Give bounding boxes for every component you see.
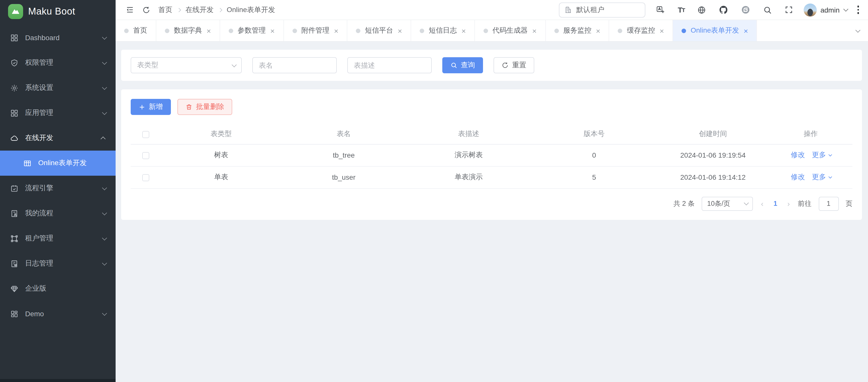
select-all-checkbox[interactable] bbox=[142, 131, 149, 138]
tab-dot-icon bbox=[292, 28, 297, 33]
blocks-icon bbox=[10, 309, 19, 318]
tab-code-generator[interactable]: 代码生成器 × bbox=[475, 20, 546, 41]
breadcrumb-online-dev[interactable]: 在线开发 bbox=[185, 5, 214, 14]
globe-icon[interactable] bbox=[695, 3, 708, 16]
tab-service-monitor[interactable]: 服务监控 × bbox=[546, 20, 610, 41]
tab-close-icon[interactable]: × bbox=[334, 27, 339, 34]
chevron-down-icon bbox=[102, 310, 107, 315]
tab-close-icon[interactable]: × bbox=[207, 27, 211, 34]
page-size-select[interactable]: 10条/页 bbox=[702, 197, 753, 211]
reset-button[interactable]: 重置 bbox=[494, 57, 534, 73]
table-desc-input[interactable] bbox=[347, 57, 432, 73]
chevron-down-icon bbox=[856, 27, 861, 32]
goto-page-input[interactable] bbox=[818, 197, 839, 211]
calendar-check-icon bbox=[10, 184, 19, 193]
topbar: 首页 在线开发 Online表单开发 默认租户 TT bbox=[116, 0, 868, 20]
tab-online-form-dev[interactable]: Online表单开发 × bbox=[673, 20, 757, 41]
tab-sms-platform[interactable]: 短信平台 × bbox=[347, 20, 411, 41]
breadcrumb-current: Online表单开发 bbox=[227, 5, 275, 14]
collapse-sidebar-icon[interactable] bbox=[124, 3, 136, 16]
cell-created: 2024-01-06 19:19:54 bbox=[657, 144, 769, 166]
fullscreen-icon[interactable] bbox=[783, 3, 795, 16]
cell-created: 2024-01-06 19:14:12 bbox=[657, 166, 769, 188]
add-button[interactable]: 新增 bbox=[131, 99, 171, 115]
sidebar-item-permissions[interactable]: 权限管理 bbox=[0, 50, 116, 75]
sidebar-item-workflow-engine[interactable]: 流程引擎 bbox=[0, 176, 116, 201]
user-menu[interactable]: admin bbox=[804, 3, 847, 16]
breadcrumb: 首页 在线开发 Online表单开发 bbox=[158, 5, 275, 14]
font-size-icon[interactable]: TT bbox=[676, 3, 687, 16]
chevron-down-icon bbox=[102, 110, 107, 115]
tab-parameter-management[interactable]: 参数管理 × bbox=[220, 20, 284, 41]
row-checkbox[interactable] bbox=[142, 152, 149, 159]
edit-link[interactable]: 修改 bbox=[791, 173, 805, 182]
batch-delete-button[interactable]: 批量删除 bbox=[178, 99, 232, 115]
sidebar-item-my-workflow[interactable]: 我的流程 bbox=[0, 201, 116, 226]
tab-attachment-management[interactable]: 附件管理 × bbox=[284, 20, 347, 41]
sidebar-bottom-strip bbox=[0, 379, 116, 382]
gitee-icon[interactable] bbox=[739, 3, 753, 16]
sidebar-item-system-settings[interactable]: 系统设置 bbox=[0, 75, 116, 100]
sidebar-item-dashboard[interactable]: Dashboard bbox=[0, 25, 116, 50]
more-settings-icon[interactable] bbox=[855, 5, 861, 15]
plus-icon bbox=[139, 104, 145, 110]
chevron-down-icon bbox=[744, 200, 749, 205]
sidebar-item-app-management[interactable]: 应用管理 bbox=[0, 100, 116, 126]
sidebar-item-enterprise[interactable]: 企业版 bbox=[0, 276, 116, 301]
sidebar-item-demo[interactable]: Demo bbox=[0, 301, 116, 326]
tab-close-icon[interactable]: × bbox=[532, 27, 537, 34]
tabs-bar: 首页 数据字典 × 参数管理 × 附件管理 × 短信平台 × bbox=[116, 20, 868, 42]
tab-cache-monitor[interactable]: 缓存监控 × bbox=[610, 20, 673, 41]
sidebar-item-tenant-management[interactable]: 租户管理 bbox=[0, 226, 116, 251]
search-button[interactable]: 查询 bbox=[442, 57, 483, 73]
app-title: Maku Boot bbox=[28, 6, 75, 17]
tab-sms-log[interactable]: 短信日志 × bbox=[411, 20, 475, 41]
tab-dot-icon bbox=[618, 28, 622, 33]
chevron-down-icon bbox=[102, 60, 107, 65]
prev-page-button[interactable]: ‹ bbox=[760, 199, 765, 208]
cell-desc: 演示树表 bbox=[406, 144, 531, 166]
chevron-down-icon bbox=[102, 235, 107, 240]
column-header-created: 创建时间 bbox=[657, 124, 769, 144]
gear-icon bbox=[10, 83, 19, 92]
cell-type: 单表 bbox=[161, 166, 281, 188]
breadcrumb-home[interactable]: 首页 bbox=[158, 5, 173, 14]
column-header-version: 版本号 bbox=[531, 124, 657, 144]
sidebar: Maku Boot Dashboard 权限管理 系统设置 应用管理 bbox=[0, 0, 116, 382]
tenant-select[interactable]: 默认租户 bbox=[559, 2, 646, 17]
github-icon[interactable] bbox=[717, 3, 731, 16]
tab-close-icon[interactable]: × bbox=[744, 27, 748, 34]
cell-type: 树表 bbox=[161, 144, 281, 166]
translate-icon[interactable] bbox=[654, 3, 667, 16]
table-type-select[interactable]: 表类型 bbox=[131, 57, 242, 73]
refresh-icon[interactable] bbox=[140, 4, 152, 16]
sidebar-item-online-form-dev[interactable]: Online表单开发 bbox=[0, 150, 116, 176]
sidebar-item-online-dev[interactable]: 在线开发 bbox=[0, 126, 116, 150]
tab-close-icon[interactable]: × bbox=[398, 27, 402, 34]
edit-link[interactable]: 修改 bbox=[791, 150, 805, 160]
tabs-dropdown-icon[interactable] bbox=[846, 20, 868, 41]
next-page-button[interactable]: › bbox=[786, 199, 791, 208]
row-checkbox[interactable] bbox=[142, 174, 149, 181]
tab-data-dictionary[interactable]: 数据字典 × bbox=[156, 20, 220, 41]
tab-close-icon[interactable]: × bbox=[596, 27, 600, 34]
more-link[interactable]: 更多 bbox=[812, 173, 831, 182]
sidebar-item-log-management[interactable]: 日志管理 bbox=[0, 251, 116, 276]
document-user-icon bbox=[10, 209, 19, 218]
chevron-down-icon bbox=[102, 185, 107, 190]
cell-name: tb_tree bbox=[281, 144, 406, 166]
table-row: 树表 tb_tree 演示树表 0 2024-01-06 19:19:54 修改… bbox=[131, 144, 852, 166]
tab-home[interactable]: 首页 bbox=[116, 20, 156, 41]
more-link[interactable]: 更多 bbox=[812, 150, 831, 160]
tab-close-icon[interactable]: × bbox=[461, 27, 466, 34]
table-name-input[interactable] bbox=[252, 57, 337, 73]
tab-close-icon[interactable]: × bbox=[270, 27, 275, 34]
search-icon[interactable] bbox=[761, 3, 774, 16]
sidebar-menu: Dashboard 权限管理 系统设置 应用管理 在线开发 bbox=[0, 23, 116, 379]
current-page-number[interactable]: 1 bbox=[772, 200, 779, 207]
breadcrumb-separator-icon bbox=[177, 8, 181, 12]
shield-check-icon bbox=[10, 59, 19, 67]
cell-name: tb_user bbox=[281, 166, 406, 188]
tab-dot-icon bbox=[420, 28, 424, 33]
tab-close-icon[interactable]: × bbox=[660, 27, 664, 34]
